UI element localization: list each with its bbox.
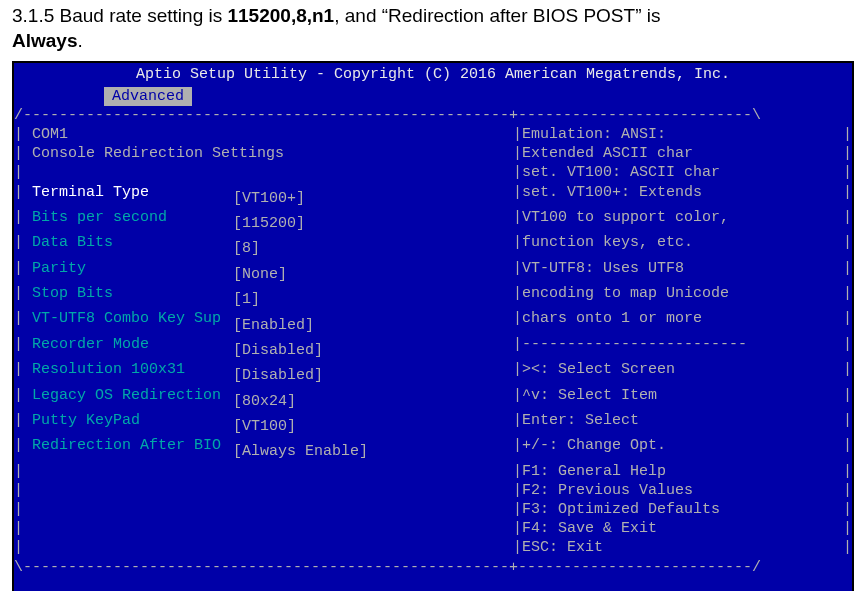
text-1: Baud rate setting is <box>54 5 227 26</box>
bios-footer: Version 2.17.1254. Copyright (C) 2016 Am… <box>14 577 852 591</box>
border-bar-icon: | <box>513 163 522 182</box>
bios-row: | |F1: General Help| <box>14 462 852 481</box>
setting-row[interactable]: Bits per second[115200] <box>23 208 305 233</box>
setting-row[interactable]: Data Bits[8] <box>23 233 260 258</box>
text-2: , and “Redirection after BIOS POST” is <box>334 5 660 26</box>
right-cell: VT-UTF8: Uses UTF8 <box>522 259 843 284</box>
border-bar-icon: | <box>14 259 23 284</box>
help-text: encoding to map Unicode <box>522 284 729 309</box>
left-cell <box>23 500 513 519</box>
bios-body: | COM1|Emulation: ANSI:|| Console Redire… <box>14 125 852 558</box>
help-text: Extended ASCII char <box>522 144 693 163</box>
right-cell: Enter: Select <box>522 411 843 436</box>
setting-value: [VT100] <box>233 417 296 436</box>
border-bar-icon: | <box>14 208 23 233</box>
border-bar-icon: | <box>513 462 522 481</box>
border-bar-icon: | <box>843 360 852 385</box>
border-bar-icon: | <box>843 309 852 334</box>
help-text: set. VT100+: Extends <box>522 183 702 208</box>
border-bar-icon: | <box>14 538 23 557</box>
border-bar-icon: | <box>513 335 522 360</box>
setting-row[interactable]: Putty KeyPad[VT100] <box>23 411 296 436</box>
setting-label: Stop Bits <box>23 284 233 303</box>
border-bar-icon: | <box>513 360 522 385</box>
setting-row[interactable]: Redirection After BIO[Always Enable] <box>23 436 368 461</box>
border-bar-icon: | <box>513 144 522 163</box>
tab-advanced[interactable]: Advanced <box>104 87 192 106</box>
left-cell: Legacy OS Redirection[80x24] <box>23 386 513 411</box>
border-bar-icon: | <box>14 519 23 538</box>
border-bar-icon: | <box>843 538 852 557</box>
left-cell <box>23 462 513 481</box>
setting-label: VT-UTF8 Combo Key Sup <box>23 309 233 328</box>
setting-value: [Enabled] <box>233 316 314 335</box>
border-bar-icon: | <box>14 360 23 385</box>
bios-row: | |F2: Previous Values| <box>14 481 852 500</box>
right-cell: ------------------------- <box>522 335 843 360</box>
setting-value: [Disabled] <box>233 341 323 360</box>
instruction-paragraph: 3.1.5 Baud rate setting is 115200,8,n1, … <box>0 0 866 61</box>
setting-row[interactable]: Stop Bits[1] <box>23 284 260 309</box>
bios-row: | |ESC: Exit| <box>14 538 852 557</box>
setting-label: Putty KeyPad <box>23 411 233 430</box>
help-text: ><: Select Screen <box>522 360 675 385</box>
right-cell: Extended ASCII char <box>522 144 843 163</box>
setting-value: [80x24] <box>233 392 296 411</box>
border-bar-icon: | <box>14 309 23 334</box>
setting-row[interactable]: Terminal Type[VT100+] <box>23 183 305 208</box>
border-bar-icon: | <box>513 208 522 233</box>
bios-row: | VT-UTF8 Combo Key Sup[Enabled]|chars o… <box>14 309 852 334</box>
bios-row: | Stop Bits[1]|encoding to map Unicode| <box>14 284 852 309</box>
setting-value: [Always Enable] <box>233 442 368 461</box>
left-cell: Console Redirection Settings <box>23 144 513 163</box>
help-text: VT100 to support color, <box>522 208 729 233</box>
left-cell: Recorder Mode[Disabled] <box>23 335 513 360</box>
setting-label: Legacy OS Redirection <box>23 386 233 405</box>
border-bar-icon: | <box>14 125 23 144</box>
left-cell: VT-UTF8 Combo Key Sup[Enabled] <box>23 309 513 334</box>
help-text: function keys, etc. <box>522 233 693 258</box>
bios-row: | Redirection After BIO[Always Enable]|+… <box>14 436 852 461</box>
setting-row[interactable]: Parity[None] <box>23 259 287 284</box>
setting-row[interactable]: Resolution 100x31[Disabled] <box>23 360 323 385</box>
left-cell: Data Bits[8] <box>23 233 513 258</box>
border-bar-icon: | <box>513 183 522 208</box>
border-bar-icon: | <box>14 462 23 481</box>
baud-setting: 115200,8,n1 <box>227 5 334 26</box>
setting-row[interactable]: VT-UTF8 Combo Key Sup[Enabled] <box>23 309 314 334</box>
top-border: /---------------------------------------… <box>14 106 852 125</box>
bios-row: | |F4: Save & Exit| <box>14 519 852 538</box>
border-bar-icon: | <box>513 233 522 258</box>
bios-screen: Aptio Setup Utility - Copyright (C) 2016… <box>12 61 854 591</box>
right-cell: ESC: Exit <box>522 538 843 557</box>
setting-label: Terminal Type <box>23 183 233 202</box>
border-bar-icon: | <box>14 183 23 208</box>
right-cell: F4: Save & Exit <box>522 519 843 538</box>
bios-row: | Parity[None]|VT-UTF8: Uses UTF8| <box>14 259 852 284</box>
divider-icon: ------------------------- <box>522 335 747 360</box>
setting-label: Data Bits <box>23 233 233 252</box>
border-bar-icon: | <box>513 125 522 144</box>
left-cell: Parity[None] <box>23 259 513 284</box>
left-cell: Terminal Type[VT100+] <box>23 183 513 208</box>
left-cell: COM1 <box>23 125 513 144</box>
border-bar-icon: | <box>513 436 522 461</box>
setting-row[interactable]: Legacy OS Redirection[80x24] <box>23 386 296 411</box>
border-bar-icon: | <box>843 386 852 411</box>
border-bar-icon: | <box>843 411 852 436</box>
border-bar-icon: | <box>843 481 852 500</box>
bios-row: | Bits per second[115200]|VT100 to suppo… <box>14 208 852 233</box>
right-cell: F2: Previous Values <box>522 481 843 500</box>
border-bar-icon: | <box>14 335 23 360</box>
border-bar-icon: | <box>513 538 522 557</box>
border-bar-icon: | <box>14 500 23 519</box>
border-bar-icon: | <box>513 386 522 411</box>
setting-label: Resolution 100x31 <box>23 360 233 379</box>
help-text: F3: Optimized Defaults <box>522 500 720 519</box>
border-bar-icon: | <box>513 259 522 284</box>
border-bar-icon: | <box>513 309 522 334</box>
help-text: chars onto 1 or more <box>522 309 702 334</box>
section-heading: COM1 <box>23 125 68 144</box>
setting-row[interactable]: Recorder Mode[Disabled] <box>23 335 323 360</box>
bios-row: | Console Redirection Settings|Extended … <box>14 144 852 163</box>
